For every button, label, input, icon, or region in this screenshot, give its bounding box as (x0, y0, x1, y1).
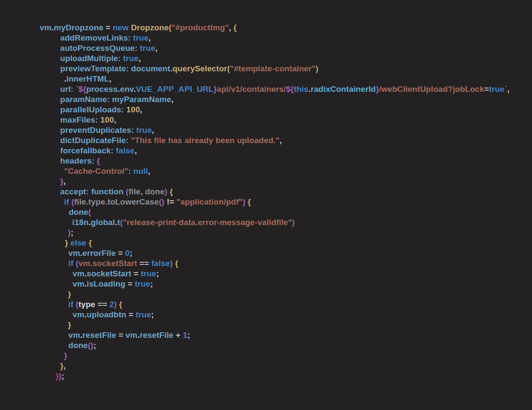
code-token-keyword-constant-blue: false (116, 146, 134, 155)
code-token-identifier-light-blue: maxFiles: (60, 115, 98, 124)
code-line: vm.isLoading = true; (0, 279, 532, 289)
code-token-identifier-light-blue: vm (73, 269, 85, 278)
code-token-bracket-gold: { (119, 300, 123, 309)
code-token-identifier-light-blue: parallelUploads: (60, 105, 124, 114)
code-token-punctuation-gray: , (507, 85, 509, 94)
code-token-keyword-constant-blue: true (133, 33, 149, 42)
code-token-string-brick-red: "application/pdf" (176, 197, 243, 206)
code-token-bracket-gold: { (234, 23, 237, 32)
code-token-bracket-crimson: } (56, 372, 59, 381)
code-token-punctuation-gray: + (173, 331, 183, 340)
code-token-keyword-constant-blue: true (141, 269, 156, 278)
code-token-identifier-light-blue: accept: (60, 187, 89, 196)
code-token-identifier-light-blue: paramName: (60, 95, 110, 104)
code-token-punctuation-gray: = (126, 310, 136, 319)
code-token-identifier-light-blue: process (86, 85, 118, 94)
code-line: done( (0, 207, 532, 217)
code-line: } (0, 351, 532, 361)
code-token-identifier-light-blue: vm (68, 249, 80, 258)
code-token-punctuation-gray: == (95, 300, 109, 309)
code-token-identifier-light-blue: vm (126, 331, 137, 340)
code-token-function-name-gold: 100 (100, 115, 114, 124)
code-token-identifier-light-blue: uploadMultiple: (60, 54, 121, 63)
code-token-bracket-purple: ${ (79, 85, 86, 94)
code-token-string-brick-red: "release-print-data.error-message-validf… (123, 218, 292, 227)
code-line: vm.myDropzone = new Dropzone("#productIm… (0, 23, 532, 33)
code-token-bracket-purple: ${ (286, 85, 294, 94)
code-token-identifier-light-blue: vm (68, 331, 80, 340)
code-token-identifier-light-blue: vm (40, 23, 52, 32)
code-token-keyword-constant-blue: true (489, 85, 504, 94)
code-line: accept: function (file, done) { (0, 187, 532, 197)
code-line: vm.socketStart = true; (0, 269, 532, 279)
code-token-identifier-light-blue: uploadbtn (87, 310, 126, 319)
code-token-bracket-purple: } (64, 351, 67, 360)
code-token-identifier-light-blue: i18n (72, 218, 88, 227)
code-token-keyword-constant-blue: true (136, 310, 151, 319)
code-token-bracket-purple: } (376, 85, 379, 94)
code-token-identifier-light-blue: isLoading (87, 279, 126, 288)
code-token-keyword-constant-blue: if (68, 259, 73, 268)
code-token-punctuation-gray: = (126, 279, 135, 288)
code-token-punctuation-gray: = (116, 331, 126, 340)
code-token-identifier-light-blue: headers: (60, 156, 94, 165)
code-line: addRemoveLinks: true, (0, 33, 532, 43)
code-token-punctuation-gray: , (152, 126, 154, 135)
code-token-member-highlight-cyan: radixContainerId (311, 85, 376, 94)
code-token-bracket-gold: { (170, 187, 173, 196)
code-token-bracket-gold: { (89, 238, 92, 247)
code-token-punctuation-gray: = (484, 85, 489, 94)
code-token-keyword-constant-blue: 2 (109, 300, 114, 309)
code-token-identifier-light-blue: env (120, 85, 134, 94)
code-line: done(); (0, 340, 532, 351)
code-token-punctuation-gray: ; (70, 228, 73, 237)
code-line: if (vm.socketStart == false) { (0, 258, 532, 269)
code-token-keyword-constant-blue: 0 (125, 249, 130, 258)
code-token-bracket-gold: } (68, 290, 71, 299)
code-token-punctuation-gray: ; (151, 310, 154, 319)
code-line: ); (0, 228, 532, 238)
code-token-identifier-light-blue: myParamName (112, 95, 171, 104)
code-line: vm.uploadbtn = true; (0, 310, 532, 320)
code-token-identifier-light-blue: myDropzone (54, 23, 103, 32)
code-token-identifier-light-blue: done (68, 341, 88, 350)
code-token-punctuation-gray: , (64, 177, 66, 186)
code-token-identifier-light-blue: function (91, 187, 124, 196)
code-token-punctuation-gray: , (114, 115, 116, 124)
code-token-identifier-light-blue: preventDuplicates: (60, 126, 134, 135)
code-token-bracket-purple: } (60, 177, 64, 186)
code-token-keyword-constant-blue: if (64, 197, 69, 206)
code-token-keyword-constant-blue: true (135, 279, 150, 288)
code-token-string-brick-red: /webClientUpload?jobLock (379, 85, 484, 94)
code-token-string-brick-red: "Cache-Control" (64, 167, 128, 176)
code-line: } (0, 320, 532, 330)
code-token-identifier-light-blue: global (91, 218, 115, 227)
code-token-keyword-constant-blue: true (140, 44, 155, 53)
code-token-keyword-constant-blue: false (151, 259, 170, 268)
code-token-punctuation-gray: == (137, 259, 151, 268)
code-token-bracket-gold: } (65, 238, 68, 247)
code-token-punctuation-gray: , (109, 74, 111, 83)
code-line: url: `${process.env.VUE_APP_API_URL}api/… (0, 84, 532, 94)
code-token-bracket-purple: () (88, 341, 94, 350)
code-token-plain-variable-white: type (79, 300, 95, 309)
code-token-function-name-gold: Dropzone (131, 23, 169, 32)
code-token-identifier-light-blue: addRemoveLinks: (60, 33, 131, 42)
code-token-punctuation-gray: , (148, 167, 150, 176)
code-token-parameter-gray: file.type.toLowerCase (74, 197, 159, 206)
code-token-bracket-gold: } (68, 320, 71, 329)
code-token-punctuation-gray: = (132, 269, 141, 278)
code-token-punctuation-gray: , (155, 44, 158, 53)
code-token-bracket-gold: { (175, 259, 178, 268)
code-line: paramName: myParamName, (0, 94, 532, 105)
code-token-parameter-gray: file, done (129, 187, 164, 196)
code-token-bracket-purple: } (213, 85, 217, 94)
code-token-identifier-light-blue: autoProcessQueue: (60, 44, 137, 53)
code-token-string-brick-red: "#template-container" (230, 64, 316, 73)
code-line: i18n.global.t("release-print-data.error-… (0, 217, 532, 228)
code-token-bracket-gold: ) (316, 64, 318, 73)
code-token-punctuation-gray: = (103, 23, 113, 32)
code-token-punctuation-gray: ; (94, 341, 96, 350)
code-token-punctuation-gray: , (139, 54, 141, 63)
code-line: vm.resetFile = vm.resetFile + 1; (0, 330, 532, 340)
